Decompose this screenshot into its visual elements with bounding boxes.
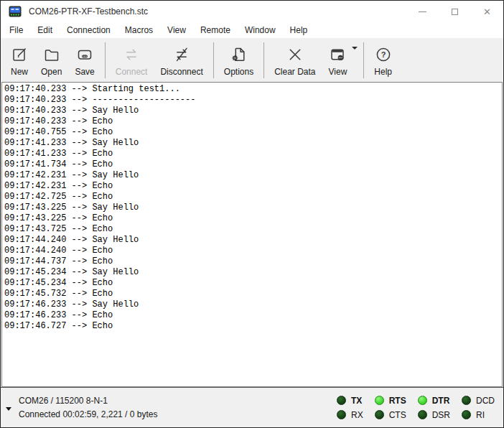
log-line: 09:17:40.233 --> -------------------- xyxy=(4,95,502,106)
options-button[interactable]: Options xyxy=(218,40,260,80)
status-indicator: TX xyxy=(337,396,363,406)
log-line: 09:17:44.240 --> Say Hello xyxy=(4,235,502,246)
status-text: COM26 / 115200 8-N-1 Connected 00:02:59,… xyxy=(19,394,157,422)
log-line: 09:17:42.231 --> Echo xyxy=(4,181,502,192)
modem-status-indicators: TX RX RTS CTS DTR DSR xyxy=(337,394,495,422)
new-button[interactable]: New xyxy=(4,40,34,80)
log-line: 09:17:41.233 --> Say Hello xyxy=(4,138,502,149)
help-button[interactable]: ? Help xyxy=(368,40,398,80)
toolbar: New Open Save xyxy=(1,38,503,82)
new-file-icon xyxy=(11,45,28,64)
menu-item-remote[interactable]: Remote xyxy=(193,23,238,37)
led-icon xyxy=(418,410,427,419)
menu-item-view[interactable]: View xyxy=(160,23,193,37)
menubar: File Edit Connection Macros View Remote … xyxy=(1,22,503,38)
log-line: 09:17:46.233 --> Say Hello xyxy=(4,299,502,310)
log-line: 09:17:41.734 --> Echo xyxy=(4,159,502,170)
chevron-down-icon xyxy=(352,47,358,50)
log-line: 09:17:43.225 --> Echo xyxy=(4,213,502,224)
connect-arrows-icon xyxy=(123,45,140,64)
connect-button: Connect xyxy=(109,40,154,80)
window-title: COM26-PTR-XF-Testbench.stc xyxy=(29,6,406,17)
status-indicator: CTS xyxy=(375,410,406,420)
log-line: 09:17:46.727 --> Echo xyxy=(4,321,502,332)
status-connection-line: Connected 00:02:59, 2,221 / 0 bytes xyxy=(19,408,157,422)
log-line: 09:17:40.233 --> Starting test1... xyxy=(4,84,502,95)
indicator-label: RX xyxy=(351,410,363,420)
log-line: 09:17:40.233 --> Say Hello xyxy=(4,106,502,116)
log-line: 09:17:43.725 --> Echo xyxy=(4,224,502,235)
toolbar-separator xyxy=(263,42,264,78)
menu-item-connection[interactable]: Connection xyxy=(60,23,118,37)
log-line: 09:17:43.225 --> Say Hello xyxy=(4,203,502,213)
log-line: 09:17:45.234 --> Say Hello xyxy=(4,267,502,278)
log-line: 09:17:40.755 --> Echo xyxy=(4,127,502,138)
close-icon: ✕ xyxy=(483,7,491,17)
status-indicator: RTS xyxy=(375,396,406,406)
maximize-icon xyxy=(452,9,458,15)
log-line: 09:17:45.732 --> Echo xyxy=(4,289,502,299)
menu-item-file[interactable]: File xyxy=(2,23,30,37)
disconnect-arrows-icon xyxy=(173,45,190,64)
log-line: 09:17:44.240 --> Echo xyxy=(4,246,502,256)
status-indicator: DCD xyxy=(462,396,495,406)
indicator-label: RI xyxy=(476,410,485,420)
log-line: 09:17:45.234 --> Echo xyxy=(4,278,502,289)
menu-item-window[interactable]: Window xyxy=(238,23,283,37)
clear-data-button[interactable]: Clear Data xyxy=(268,40,322,80)
toolbar-separator xyxy=(363,42,364,78)
status-port-line: COM26 / 115200 8-N-1 xyxy=(19,394,157,408)
toolbar-separator xyxy=(213,42,214,78)
app-icon xyxy=(9,6,22,17)
app-window: COM26-PTR-XF-Testbench.stc ✕ File Edit C… xyxy=(0,0,504,428)
window-controls: ✕ xyxy=(406,1,503,22)
svg-text:?: ? xyxy=(381,50,386,58)
led-icon xyxy=(337,396,346,405)
log-output[interactable]: 09:17:40.233 --> Starting test1...09:17:… xyxy=(1,82,503,387)
status-indicator: RX xyxy=(337,410,363,420)
menu-item-edit[interactable]: Edit xyxy=(30,23,60,37)
close-button[interactable]: ✕ xyxy=(471,1,503,22)
menu-item-help[interactable]: Help xyxy=(283,23,315,37)
led-icon xyxy=(375,396,384,405)
toolbar-separator xyxy=(105,42,106,78)
status-dropdown-icon[interactable] xyxy=(6,407,11,411)
view-button[interactable]: View xyxy=(322,40,360,80)
disconnect-button[interactable]: Disconnect xyxy=(154,40,209,80)
log-line: 09:17:40.233 --> Echo xyxy=(4,116,502,127)
led-icon xyxy=(462,396,471,405)
save-button[interactable]: Save xyxy=(68,40,101,80)
help-circle-icon: ? xyxy=(375,45,392,64)
led-icon xyxy=(418,396,427,405)
log-line: 09:17:46.233 --> Echo xyxy=(4,310,502,321)
log-line: 09:17:44.737 --> Echo xyxy=(4,256,502,267)
save-drive-icon xyxy=(76,45,93,64)
indicator-label: DCD xyxy=(476,396,495,406)
view-window-icon xyxy=(329,45,346,64)
status-indicator: DTR xyxy=(418,396,450,406)
indicator-label: TX xyxy=(351,396,362,406)
indicator-label: RTS xyxy=(389,396,406,406)
titlebar[interactable]: COM26-PTR-XF-Testbench.stc ✕ xyxy=(1,1,503,22)
log-line: 09:17:41.233 --> Echo xyxy=(4,149,502,159)
indicator-label: DTR xyxy=(432,396,450,406)
status-indicator: RI xyxy=(462,410,495,420)
status-indicator: DSR xyxy=(418,410,450,420)
log-line: 09:17:42.231 --> Say Hello xyxy=(4,170,502,181)
led-icon xyxy=(337,410,346,419)
menu-item-macros[interactable]: Macros xyxy=(118,23,160,37)
log-line: 09:17:42.725 --> Echo xyxy=(4,192,502,203)
open-folder-icon xyxy=(43,45,60,64)
clear-x-icon xyxy=(286,45,304,64)
indicator-label: CTS xyxy=(389,410,406,420)
maximize-button[interactable] xyxy=(439,1,471,22)
led-icon xyxy=(375,410,384,419)
minimize-button[interactable] xyxy=(406,1,439,22)
indicator-label: DSR xyxy=(432,410,450,420)
led-icon xyxy=(462,410,471,419)
statusbar: COM26 / 115200 8-N-1 Connected 00:02:59,… xyxy=(1,387,503,427)
open-button[interactable]: Open xyxy=(34,40,68,80)
minimize-icon xyxy=(419,11,426,12)
options-gear-page-icon xyxy=(230,45,247,64)
